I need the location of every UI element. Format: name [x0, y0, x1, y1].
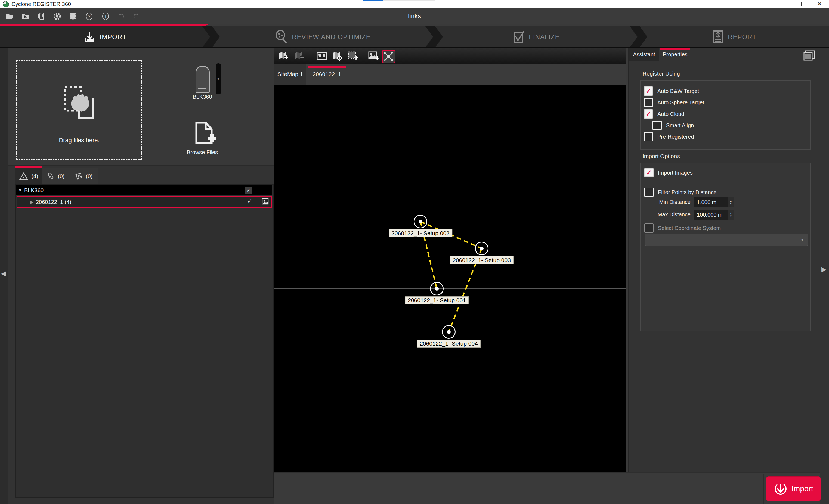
checkbox-pre-registered[interactable]: [644, 132, 653, 141]
setup-point[interactable]: [430, 282, 443, 296]
setup-label[interactable]: 2060122_1- Setup 002: [389, 229, 452, 237]
report-document-icon: [712, 30, 724, 44]
app-logo-icon: [3, 1, 9, 7]
active-tab-indicator: [308, 66, 346, 68]
option-auto-sphere-target: Auto Sphere Target: [644, 98, 704, 107]
map-pin-button[interactable]: [331, 50, 343, 62]
min-distance-field[interactable]: 1.000 m: [694, 197, 731, 207]
setup-point[interactable]: [475, 242, 489, 255]
checkbox-select-coordinate[interactable]: [644, 224, 654, 233]
coordinate-system-dropdown[interactable]: ▼: [645, 234, 808, 246]
drag-drop-zone[interactable]: Drag files here.: [16, 60, 142, 160]
option-label: Auto Sphere Target: [657, 100, 704, 106]
close-button[interactable]: [813, 0, 826, 8]
option-label: Auto B&W Target: [657, 88, 699, 94]
min-distance-stepper[interactable]: ▲▼: [728, 197, 734, 207]
browse-files-icon[interactable]: [194, 121, 217, 148]
max-distance-field[interactable]: 100.000 m: [694, 209, 731, 220]
checkbox-smart-align[interactable]: [652, 121, 662, 130]
spin-up-icon: ▲: [730, 199, 732, 202]
workflow-tab-review[interactable]: REVIEW AND OPTIMIZE: [212, 26, 433, 47]
network-icon: [75, 172, 83, 180]
sitemap-tabstrip: SiteMap 1 2060122_1: [274, 64, 626, 85]
setup-label[interactable]: 2060122_1- Setup 004: [417, 340, 480, 348]
option-label: Import Images: [658, 170, 693, 176]
tab-assistant[interactable]: Assistant: [629, 48, 659, 61]
checkbox-auto-cloud[interactable]: [644, 109, 653, 119]
checkbox-auto-bw-target[interactable]: [644, 86, 653, 96]
import-tree: ▼ BLK360 ✓ ▶ 2060122_1 (4) ✓: [15, 184, 274, 498]
setup-point[interactable]: [414, 215, 427, 228]
setup-center-dot: [435, 287, 439, 290]
tree-root-checkbox[interactable]: ✓: [245, 187, 252, 194]
tree-child-check-icon[interactable]: ✓: [247, 198, 252, 205]
browse-files-label: Browse Files: [179, 149, 225, 155]
fit-image-button[interactable]: [316, 50, 328, 62]
blk360-device-icon[interactable]: [195, 66, 210, 93]
sitemap-toolbar: ▼: [274, 48, 626, 64]
float-panel-button[interactable]: [802, 49, 817, 61]
option-auto-bw-target: Auto B&W Target: [644, 87, 699, 95]
tree-row-root[interactable]: ▼ BLK360 ✓: [16, 185, 272, 195]
spin-down-icon: ▼: [730, 215, 732, 218]
dropzone-label: Drag files here.: [17, 137, 141, 144]
chevron-down-icon: ▼: [800, 238, 804, 242]
workflow-tab-import[interactable]: IMPORT: [0, 26, 210, 47]
image-import-button[interactable]: [367, 50, 380, 62]
tab-sitemap-1[interactable]: SiteMap 1: [274, 64, 306, 84]
tab-properties[interactable]: Properties: [659, 48, 691, 61]
option-label: Smart Align: [666, 122, 694, 128]
tab-label: Properties: [662, 51, 687, 57]
queue-count: (4): [32, 173, 38, 180]
remove-sitemap-button[interactable]: [293, 50, 305, 62]
auto-link-button[interactable]: [382, 50, 395, 63]
tab-label: Assistant: [633, 51, 655, 57]
collapse-expander-icon[interactable]: ▼: [16, 188, 24, 193]
max-distance-label: Max Distance: [653, 211, 691, 218]
setup-point[interactable]: [442, 325, 456, 339]
blk360-dropdown-slider[interactable]: ▼: [216, 63, 221, 94]
workflow-bar: IMPORT REVIEW AND OPTIMIZE FINALIZE REPO…: [0, 26, 829, 47]
add-sitemap-button[interactable]: [277, 50, 289, 62]
import-download-icon: [773, 482, 788, 496]
marquee-select-icon: [348, 51, 358, 61]
spin-down-icon: ▼: [730, 202, 732, 205]
workflow-tab-finalize[interactable]: FINALIZE: [435, 26, 638, 47]
queue-tab-issues[interactable]: (4): [15, 168, 42, 184]
max-distance-stepper[interactable]: ▲▼: [728, 209, 734, 220]
workflow-tab-report[interactable]: REPORT: [640, 26, 829, 47]
import-options-group: Import Images Filter Points by Distance …: [640, 163, 810, 331]
auto-link-icon: [384, 51, 394, 62]
titlebar-progress-track: [383, 0, 435, 1]
left-collapse-rail[interactable]: ◀: [0, 48, 8, 504]
import-panel: Drag files here. ▼ BLK360 Browse Files (…: [8, 48, 274, 504]
minimize-icon: [777, 4, 781, 4]
import-button[interactable]: Import: [766, 476, 821, 501]
sitemap-canvas[interactable]: 2060122_1- Setup 0012060122_1- Setup 002…: [274, 84, 626, 472]
import-progress-bar: [0, 24, 209, 26]
titlebar-progress-bar: [363, 0, 383, 1]
right-collapse-rail[interactable]: ▶: [820, 48, 829, 504]
option-label: Select Coordinate System: [658, 225, 721, 231]
expand-expander-icon[interactable]: ▶: [28, 199, 36, 205]
tree-row-scan-group[interactable]: ▶ 2060122_1 (4) ✓: [16, 196, 272, 208]
register-using-group: Auto B&W Target Auto Sphere Target Auto …: [640, 80, 810, 150]
checkbox-import-images[interactable]: [644, 168, 654, 177]
minimize-button[interactable]: [772, 0, 785, 8]
queue-tab-links[interactable]: (0): [69, 168, 98, 184]
setup-center-dot: [480, 246, 483, 250]
setup-label[interactable]: 2060122_1- Setup 001: [405, 296, 469, 305]
checkbox-filter-points[interactable]: [644, 188, 654, 197]
link-lines-layer: [274, 84, 626, 472]
workflow-tab-label: REVIEW AND OPTIMIZE: [292, 33, 371, 41]
image-icon[interactable]: [262, 198, 269, 205]
marquee-select-button[interactable]: [347, 50, 359, 62]
checkbox-auto-sphere-target[interactable]: [644, 98, 653, 107]
paperclip-icon: [47, 172, 55, 180]
restore-button[interactable]: [793, 0, 805, 8]
queue-tab-attachments[interactable]: (0): [42, 168, 69, 184]
setup-label[interactable]: 2060122_1- Setup 003: [450, 256, 513, 264]
workflow-tab-label: FINALIZE: [529, 33, 560, 41]
field-value: 1.000 m: [697, 199, 716, 205]
properties-panel: Assistant Properties Register Using Auto…: [628, 48, 820, 472]
